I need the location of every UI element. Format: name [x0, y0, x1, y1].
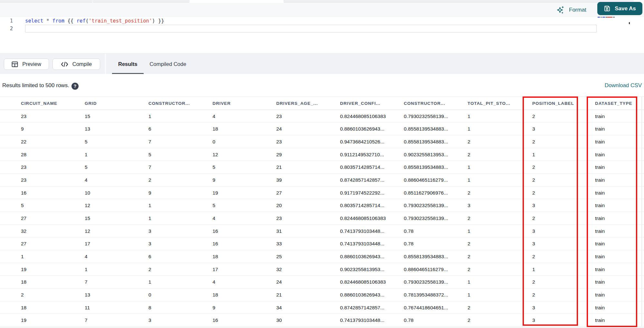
- tab-results[interactable]: Results: [112, 54, 144, 74]
- table-cell: 32: [21, 225, 26, 238]
- column-header: POSITION_LABEL: [532, 97, 574, 110]
- sql-code-editor[interactable]: 1 2 select * from {{ ref('train_test_pos…: [0, 17, 644, 53]
- save-icon: [604, 5, 611, 12]
- table-cell: 2: [532, 288, 535, 301]
- table-cell: train: [595, 314, 605, 327]
- table-cell: 7: [148, 161, 151, 174]
- table-row: 197316300.7413793103448...0.7823train: [0, 314, 644, 327]
- code-token: [49, 18, 52, 24]
- column-header: DATASET_TYPE: [595, 97, 632, 110]
- table-row: 191217320.9023255813953...0.886046511627…: [0, 263, 644, 276]
- compile-label: Compile: [72, 61, 92, 67]
- code-token: [43, 18, 46, 24]
- table-cell: train: [595, 123, 605, 135]
- format-button[interactable]: Format: [557, 3, 586, 17]
- table-cell: 0: [148, 288, 151, 301]
- table-cell: train: [595, 237, 605, 250]
- table-row: 281512290.9112149532710...0.902325581395…: [0, 148, 644, 161]
- code-token: 'train_test_position': [89, 18, 152, 24]
- table-cell: 0.9473684210526...: [340, 135, 384, 148]
- table-cell: 25: [276, 250, 282, 263]
- code-token: from: [52, 18, 65, 24]
- preview-label: Preview: [22, 61, 41, 67]
- table-cell: 0.824468085106383: [340, 212, 386, 225]
- table-cell: 0.9112149532710...: [340, 148, 384, 161]
- table-cell: 0.8558139534883...: [404, 135, 448, 148]
- table-cell: 34: [276, 301, 282, 314]
- tab-compiled-code[interactable]: Compiled Code: [144, 54, 193, 74]
- active-line-highlight: [25, 25, 597, 32]
- table-row: 913618240.8860103626943...0.855813953488…: [0, 123, 644, 135]
- table-cell: 33: [276, 237, 282, 250]
- table-cell: 27: [276, 187, 282, 199]
- save-as-button[interactable]: Save As: [597, 2, 642, 15]
- table-cell: 1: [148, 199, 151, 212]
- table-cell: 23: [276, 110, 282, 123]
- save-as-label: Save As: [615, 5, 636, 12]
- table-cell: 2: [532, 161, 535, 174]
- table-cell: 6: [148, 250, 151, 263]
- table-cell: 0.8860103626943...: [340, 250, 384, 263]
- table-cell: 31: [276, 225, 282, 238]
- table-cell: train: [595, 250, 605, 263]
- table-cell: 0.7674418604651...: [404, 301, 448, 314]
- table-cell: 1: [85, 148, 88, 161]
- table-cell: 4: [213, 212, 215, 225]
- table-cell: 3: [532, 237, 535, 250]
- table-cell: 21: [276, 288, 282, 301]
- table-cell: train: [595, 161, 605, 174]
- code-token: {{: [67, 18, 76, 24]
- editor-toolbar: Format Save As: [0, 3, 644, 17]
- table-cell: 2: [468, 250, 470, 263]
- table-cell: 0.8558139534883...: [404, 250, 448, 263]
- table-row: 18714240.8244680851063830.7930232558139.…: [0, 276, 644, 288]
- active-file-tab[interactable]: [189, 0, 284, 3]
- file-tab-strip: [0, 0, 644, 3]
- table-cell: 5: [21, 199, 24, 212]
- table-cell: 1: [148, 212, 151, 225]
- table-cell: 22: [21, 135, 26, 148]
- table-cell: 1: [468, 225, 470, 238]
- help-icon[interactable]: ?: [71, 83, 79, 90]
- table-cell: 9: [213, 174, 215, 187]
- column-header: DRIVER: [213, 97, 231, 110]
- table-cell: 16: [213, 237, 218, 250]
- table-cell: train: [595, 288, 605, 301]
- table-cell: 13: [85, 123, 90, 135]
- table-cell: train: [595, 199, 605, 212]
- table-cell: 2: [21, 288, 24, 301]
- preview-button[interactable]: Preview: [4, 59, 49, 70]
- table-cell: 0.7413793103448...: [340, 314, 384, 327]
- minimap-mark: [607, 17, 612, 18]
- table-cell: train: [595, 187, 605, 199]
- dbt-ide-app: Format Save As 1 2 select * from {{ ref(…: [0, 0, 644, 328]
- table-cell: 3: [468, 199, 470, 212]
- table-cell: 1: [468, 288, 470, 301]
- table-cell: 0.78: [404, 237, 413, 250]
- table-cell: 0.7930232558139...: [404, 212, 448, 225]
- table-cell: 0.8742857142857...: [340, 301, 384, 314]
- table-cell: 0.7930232558139...: [404, 276, 448, 288]
- results-toolbar: Preview Compile ResultsCompiled Code: [0, 53, 644, 74]
- table-cell: 30: [276, 314, 282, 327]
- table-cell: 0.9023255813953...: [340, 263, 384, 276]
- table-cell: 5: [85, 135, 88, 148]
- table-cell: 0.9171974522292...: [340, 187, 384, 199]
- table-cell: 27: [21, 237, 26, 250]
- table-cell: 16: [213, 314, 218, 327]
- table-cell: 0.78: [404, 314, 413, 327]
- download-csv-link[interactable]: Download CSV: [605, 74, 642, 97]
- table-cell: 2: [532, 212, 535, 225]
- table-row: 23429390.8742857142857...0.8860465116279…: [0, 174, 644, 187]
- table-cell: 2: [468, 148, 470, 161]
- table-cell: 1: [468, 161, 470, 174]
- compile-button[interactable]: Compile: [52, 59, 100, 70]
- table-cell: 1: [21, 250, 24, 263]
- table-row: 51215200.8035714285714...0.7930232558139…: [0, 199, 644, 212]
- editor-minimap[interactable]: [598, 17, 617, 19]
- table-cell: 2: [148, 263, 151, 276]
- table-cell: 15: [85, 110, 90, 123]
- table-cell: 1: [468, 276, 470, 288]
- table-cell: train: [595, 174, 605, 187]
- table-cell: 32: [276, 263, 282, 276]
